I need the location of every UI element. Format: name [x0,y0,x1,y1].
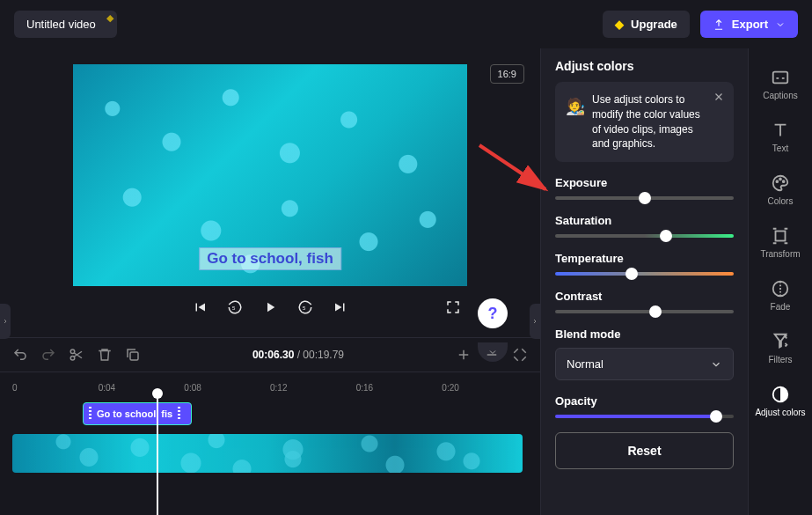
opacity-slider[interactable] [555,415,734,418]
hint-box: 🧑‍🎨 Use adjust colors to modify the colo… [555,82,734,162]
aspect-ratio-badge[interactable]: 16:9 [490,64,524,84]
svg-point-9 [783,180,785,182]
rail-label: Colors [768,196,794,206]
hint-text: Use adjust colors to modify the color va… [592,92,707,151]
temperature-slider[interactable] [555,272,734,276]
text-icon [771,121,790,140]
total-time: 00:19.79 [303,349,344,361]
timeline-ruler[interactable]: 0 0:04 0:08 0:12 0:16 0:20 [12,378,528,397]
svg-point-8 [779,178,781,180]
current-time: 00:06.30 [252,349,294,361]
duplicate-button[interactable] [125,347,141,363]
ruler-tick: 0:20 [442,383,528,393]
redo-button[interactable] [40,347,56,363]
timeline-toolbar: 00:06.30 / 00:19.79 [0,337,540,372]
caption-overlay[interactable]: Go to school, fish [199,247,341,270]
caption-clip-label: Go to school, fis [97,408,172,419]
blend-mode-label: Blend mode [555,327,734,341]
rail-label: Adjust colors [755,408,805,417]
upgrade-button[interactable]: ◆ Upgrade [603,11,690,38]
contrast-label: Contrast [555,290,734,303]
upload-icon [713,18,725,31]
rewind-5-button[interactable]: 5 [226,298,244,316]
timecode-display: 00:06.30 / 00:19.79 [252,349,344,361]
play-button[interactable] [261,298,279,316]
delete-button[interactable] [97,347,113,363]
rail-label: Text [772,143,788,153]
opacity-label: Opacity [555,394,734,408]
skip-start-button[interactable] [191,298,208,316]
contrast-slider-group: Contrast [555,290,734,313]
timeline-caption-clip[interactable]: Go to school, fis [83,402,192,425]
rail-filters[interactable]: Filters [754,323,807,372]
rail-label: Captions [763,91,797,100]
zoom-fit-button[interactable] [512,347,528,363]
ruler-tick: 0:12 [270,383,356,393]
undo-button[interactable] [12,347,28,363]
project-title[interactable]: Untitled video ◆ [14,11,117,38]
svg-rect-5 [130,352,138,360]
saturation-slider-group: Saturation [555,214,734,238]
transport-controls: 5 5 ? [73,286,467,328]
rail-transform[interactable]: Transform [754,217,807,267]
captions-icon [771,68,790,87]
ruler-tick: 0:08 [184,383,270,393]
svg-rect-6 [773,71,788,83]
preview-area: 16:9 Go to school, fish 5 5 ? [0,48,540,328]
ruler-tick: 0:16 [356,383,443,393]
rail-text[interactable]: Text [754,112,807,161]
rail-label: Filters [768,355,792,364]
editor-column: 16:9 Go to school, fish 5 5 ? [0,48,540,515]
project-title-text: Untitled video [26,18,96,31]
ruler-tick: 0:04 [99,383,185,393]
temperature-slider-group: Temperature [555,252,734,276]
saturation-slider[interactable] [555,234,734,238]
fade-icon [771,279,790,298]
help-button[interactable]: ? [478,298,508,328]
blend-mode-value: Normal [567,357,604,371]
skip-end-button[interactable] [332,298,349,316]
export-button[interactable]: Export [700,11,798,38]
rail-colors[interactable]: Colors [754,165,807,214]
fullscreen-button[interactable] [444,298,462,316]
palette-icon [771,173,790,193]
adjust-colors-panel: Adjust colors 🧑‍🎨 Use adjust colors to m… [540,48,748,515]
svg-rect-10 [776,231,786,240]
transform-icon [771,226,790,246]
close-hint-button[interactable] [713,91,725,107]
playhead[interactable] [157,395,158,515]
forward-5-button[interactable]: 5 [296,298,314,316]
panel-title: Adjust colors [555,59,734,73]
filters-icon [771,332,790,351]
diamond-icon: ◆ [106,12,113,24]
svg-point-7 [776,180,778,182]
saturation-label: Saturation [555,214,734,227]
ruler-tick: 0 [12,383,99,393]
upgrade-label: Upgrade [631,18,677,31]
contrast-slider[interactable] [555,310,734,313]
right-rail: Captions Text Colors Transform Fade Filt… [748,48,812,515]
reset-button[interactable]: Reset [555,432,734,469]
rail-adjust-colors[interactable]: Adjust colors [754,376,807,425]
timeline[interactable]: 0 0:04 0:08 0:12 0:16 0:20 Go to school,… [0,372,540,515]
chevron-down-icon [775,19,786,30]
exposure-slider[interactable] [555,196,734,200]
opacity-slider-group: Opacity [555,394,734,418]
split-button[interactable] [69,347,84,363]
export-label: Export [732,18,768,31]
video-preview[interactable]: Go to school, fish [73,64,467,286]
exposure-slider-group: Exposure [555,176,734,200]
timeline-video-clip[interactable] [12,434,523,473]
blend-mode-select[interactable]: Normal [555,348,734,380]
zoom-out-button[interactable] [484,347,500,363]
svg-text:5: 5 [303,305,306,311]
chevron-down-icon [710,358,722,371]
rail-label: Transform [760,249,800,259]
adjust-colors-icon [771,385,790,404]
svg-text:5: 5 [232,305,236,311]
zoom-in-button[interactable] [456,347,472,363]
artist-emoji-icon: 🧑‍🎨 [566,96,585,118]
rail-fade[interactable]: Fade [754,270,807,320]
rail-captions[interactable]: Captions [754,59,807,108]
top-bar: Untitled video ◆ ◆ Upgrade Export [0,0,812,48]
